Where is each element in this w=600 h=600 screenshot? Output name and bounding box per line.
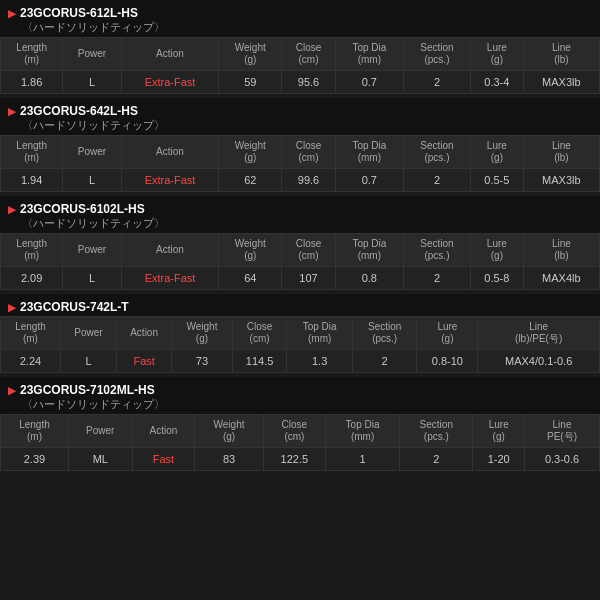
section-name-section1: 23GCORUS-612L-HS <box>20 6 138 20</box>
section-name-section4: 23GCORUS-742L-T <box>20 300 129 314</box>
cell-line-section5-0: 0.3-0.6 <box>525 448 600 471</box>
cell-line-section3-0: MAX4lb <box>523 267 599 290</box>
cell-line-section1-0: MAX3lb <box>523 71 599 94</box>
arrow-icon-section1: ▶ <box>8 8 16 19</box>
col-section-section2: Section(pcs.) <box>403 136 470 169</box>
arrow-icon-section4: ▶ <box>8 302 16 313</box>
table-header-row-section2: Length(m) Power Action Weight(g) Close(c… <box>1 136 600 169</box>
cell-weight-section2-0: 62 <box>219 169 282 192</box>
col-weight-section5: Weight(g) <box>195 415 264 448</box>
col-line-section4: Line(lb)/PE(号) <box>478 317 600 350</box>
table-header-row-section1: Length(m) Power Action Weight(g) Close(c… <box>1 38 600 71</box>
col-power-section5: Power <box>68 415 132 448</box>
section-title-section2: ▶ 23GCORUS-642L-HS <box>8 104 592 118</box>
table-row: 1.94 L Extra-Fast 62 99.6 0.7 2 0.5-5 MA… <box>1 169 600 192</box>
cell-weight-section4-0: 73 <box>172 350 232 373</box>
section-header-section4: ▶ 23GCORUS-742L-T <box>0 294 600 316</box>
section-title-section1: ▶ 23GCORUS-612L-HS <box>8 6 592 20</box>
spec-table-section2: Length(m) Power Action Weight(g) Close(c… <box>0 135 600 192</box>
table-row: 2.39 ML Fast 83 122.5 1 2 1-20 0.3-0.6 <box>1 448 600 471</box>
cell-length-section4-0: 2.24 <box>1 350 61 373</box>
section-subtitle-section1: 〈ハードソリッドティップ〉 <box>8 20 592 35</box>
col-line-section1: Line(lb) <box>523 38 599 71</box>
cell-lure-section2-0: 0.5-5 <box>471 169 524 192</box>
col-power-section3: Power <box>63 234 121 267</box>
cell-action-section3-0: Extra-Fast <box>121 267 219 290</box>
section-title-section5: ▶ 23GCORUS-7102ML-HS <box>8 383 592 397</box>
col-topdia-section1: Top Dia(mm) <box>335 38 403 71</box>
section-section1: ▶ 23GCORUS-612L-HS 〈ハードソリッドティップ〉 Length(… <box>0 0 600 94</box>
cell-action-section5-0: Fast <box>132 448 195 471</box>
cell-close-section4-0: 114.5 <box>232 350 287 373</box>
col-action-section3: Action <box>121 234 219 267</box>
cell-topdia-section1-0: 0.7 <box>335 71 403 94</box>
arrow-icon-section3: ▶ <box>8 204 16 215</box>
col-topdia-section5: Top Dia(mm) <box>325 415 399 448</box>
col-close-section4: Close(cm) <box>232 317 287 350</box>
col-power-section1: Power <box>63 38 121 71</box>
table-row: 2.24 L Fast 73 114.5 1.3 2 0.8-10 MAX4/0… <box>1 350 600 373</box>
col-topdia-section4: Top Dia(mm) <box>287 317 352 350</box>
col-close-section3: Close(cm) <box>282 234 336 267</box>
table-header-row-section5: Length(m) Power Action Weight(g) Close(c… <box>1 415 600 448</box>
cell-length-section1-0: 1.86 <box>1 71 63 94</box>
cell-section-section2-0: 2 <box>403 169 470 192</box>
section-header-section1: ▶ 23GCORUS-612L-HS 〈ハードソリッドティップ〉 <box>0 0 600 37</box>
cell-weight-section5-0: 83 <box>195 448 264 471</box>
cell-topdia-section4-0: 1.3 <box>287 350 352 373</box>
cell-action-section4-0: Fast <box>117 350 172 373</box>
col-action-section4: Action <box>117 317 172 350</box>
cell-close-section3-0: 107 <box>282 267 336 290</box>
cell-lure-section4-0: 0.8-10 <box>417 350 478 373</box>
arrow-icon-section2: ▶ <box>8 106 16 117</box>
section-subtitle-section2: 〈ハードソリッドティップ〉 <box>8 118 592 133</box>
col-action-section1: Action <box>121 38 219 71</box>
col-lure-section2: Lure(g) <box>471 136 524 169</box>
section-subtitle-section5: 〈ハードソリッドティップ〉 <box>8 397 592 412</box>
col-line-section3: Line(lb) <box>523 234 599 267</box>
cell-topdia-section5-0: 1 <box>325 448 399 471</box>
cell-action-section2-0: Extra-Fast <box>121 169 219 192</box>
section-section5: ▶ 23GCORUS-7102ML-HS 〈ハードソリッドティップ〉 Lengt… <box>0 377 600 471</box>
cell-topdia-section3-0: 0.8 <box>335 267 403 290</box>
col-close-section1: Close(cm) <box>282 38 336 71</box>
spec-table-section4: Length(m) Power Action Weight(g) Close(c… <box>0 316 600 373</box>
col-section-section4: Section(pcs.) <box>352 317 417 350</box>
col-weight-section1: Weight(g) <box>219 38 282 71</box>
cell-action-section1-0: Extra-Fast <box>121 71 219 94</box>
cell-line-section4-0: MAX4/0.1-0.6 <box>478 350 600 373</box>
cell-power-section1-0: L <box>63 71 121 94</box>
cell-power-section2-0: L <box>63 169 121 192</box>
col-weight-section3: Weight(g) <box>219 234 282 267</box>
col-length-section2: Length(m) <box>1 136 63 169</box>
cell-section-section1-0: 2 <box>403 71 470 94</box>
col-section-section1: Section(pcs.) <box>403 38 470 71</box>
cell-section-section3-0: 2 <box>403 267 470 290</box>
col-length-section5: Length(m) <box>1 415 69 448</box>
cell-section-section5-0: 2 <box>400 448 473 471</box>
col-power-section4: Power <box>60 317 116 350</box>
col-lure-section1: Lure(g) <box>471 38 524 71</box>
col-line-section2: Line(lb) <box>523 136 599 169</box>
cell-line-section2-0: MAX3lb <box>523 169 599 192</box>
section-section3: ▶ 23GCORUS-6102L-HS 〈ハードソリッドティップ〉 Length… <box>0 196 600 290</box>
cell-close-section2-0: 99.6 <box>282 169 336 192</box>
table-header-row-section3: Length(m) Power Action Weight(g) Close(c… <box>1 234 600 267</box>
cell-length-section2-0: 1.94 <box>1 169 63 192</box>
spec-table-section1: Length(m) Power Action Weight(g) Close(c… <box>0 37 600 94</box>
col-weight-section4: Weight(g) <box>172 317 232 350</box>
cell-close-section1-0: 95.6 <box>282 71 336 94</box>
col-length-section1: Length(m) <box>1 38 63 71</box>
col-action-section2: Action <box>121 136 219 169</box>
col-weight-section2: Weight(g) <box>219 136 282 169</box>
col-length-section3: Length(m) <box>1 234 63 267</box>
col-lure-section4: Lure(g) <box>417 317 478 350</box>
section-name-section5: 23GCORUS-7102ML-HS <box>20 383 155 397</box>
cell-lure-section3-0: 0.5-8 <box>471 267 524 290</box>
col-topdia-section2: Top Dia(mm) <box>335 136 403 169</box>
col-close-section5: Close(cm) <box>263 415 325 448</box>
cell-weight-section1-0: 59 <box>219 71 282 94</box>
section-name-section2: 23GCORUS-642L-HS <box>20 104 138 118</box>
table-row: 2.09 L Extra-Fast 64 107 0.8 2 0.5-8 MAX… <box>1 267 600 290</box>
cell-power-section4-0: L <box>60 350 116 373</box>
